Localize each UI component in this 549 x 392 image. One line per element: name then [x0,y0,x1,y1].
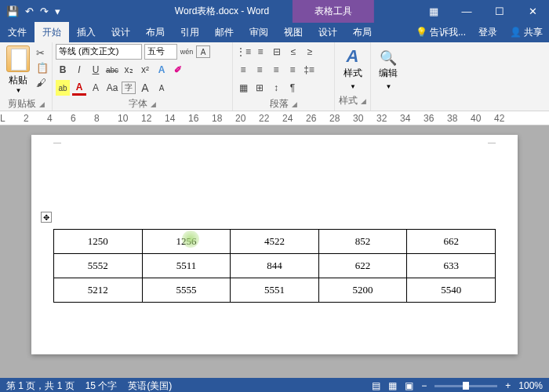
tab-design[interactable]: 设计 [104,22,138,42]
format-painter-icon[interactable]: 🖌 [36,77,49,89]
subscript-button[interactable]: x₂ [122,62,136,78]
tab-table-layout[interactable]: 布局 [345,22,380,42]
table-cell[interactable]: 1250 [54,230,143,254]
page-indicator[interactable]: 第 1 页，共 1 页 [6,379,75,393]
launcher-icon[interactable]: ◢ [151,100,156,108]
table-cell[interactable]: 844 [231,254,319,278]
close-icon[interactable]: ✕ [516,0,549,22]
table-cell[interactable]: 662 [407,230,496,254]
language-indicator[interactable]: 英语(美国) [128,379,172,393]
table-cell[interactable]: 5511 [142,254,231,278]
tab-insert[interactable]: 插入 [69,22,104,42]
justify-icon[interactable]: ≡ [285,62,300,78]
align-left-icon[interactable]: ≡ [236,62,250,78]
font-size-combo[interactable]: 五号 [144,44,177,60]
table-cell[interactable]: 5555 [142,278,231,303]
italic-button[interactable]: I [72,62,86,78]
styles-btn-label: 样式 [344,67,362,80]
redo-icon[interactable]: ↷ [40,5,49,17]
undo-icon[interactable]: ↶ [25,5,34,17]
bold-button[interactable]: B [56,62,70,78]
table-cell[interactable]: 5552 [54,254,143,278]
page[interactable]: ✥ 1250 1256 4522 852 662 5552 5511 844 6… [31,135,518,354]
launcher-icon[interactable]: ◢ [39,100,45,108]
find-button[interactable]: 🔍 编辑 ▼ [379,49,398,91]
minimize-icon[interactable]: — [450,0,483,22]
enclose-char-icon[interactable]: 字 [122,82,136,94]
launcher-icon[interactable]: ◢ [292,100,297,108]
tab-table-design[interactable]: 设计 [311,22,345,42]
table-cell[interactable]: 622 [318,254,407,278]
tab-layout[interactable]: 布局 [138,22,173,42]
table-cell[interactable]: 4522 [231,230,319,254]
save-icon[interactable]: 💾 [6,5,19,17]
ribbon-display-icon[interactable]: ▦ [417,0,450,22]
word-count[interactable]: 15 个字 [85,379,118,393]
view-web-icon[interactable]: ▣ [405,380,413,391]
chevron-down-icon[interactable]: ▼ [16,87,22,94]
ruler-horizontal[interactable]: L 24681012141618202224262830323436384042 [0,111,549,125]
paste-button[interactable]: 粘贴 ▼ [3,44,33,96]
tab-file[interactable]: 文件 [0,22,35,42]
underline-button[interactable]: U [89,62,103,78]
table-move-handle-icon[interactable]: ✥ [41,212,52,223]
zoom-level[interactable]: 100% [518,380,543,391]
tab-references[interactable]: 引用 [173,22,207,42]
tab-home[interactable]: 开始 [35,22,69,42]
table-cell[interactable]: 5212 [54,278,143,303]
decrease-indent-icon[interactable]: ≤ [286,44,300,60]
view-print-icon[interactable]: ▦ [388,380,397,391]
document-area[interactable]: ✥ 1250 1256 4522 852 662 5552 5511 844 6… [0,125,549,378]
tab-view[interactable]: 视图 [276,22,311,42]
word-table[interactable]: 1250 1256 4522 852 662 5552 5511 844 622… [53,229,496,303]
char-shading-icon[interactable]: A [89,80,103,96]
char-border-icon[interactable]: A [196,45,210,58]
numbering-icon[interactable]: ≡ [253,44,267,60]
shrink-font-button[interactable]: A [155,80,169,96]
show-marks-icon[interactable]: ¶ [285,80,300,96]
align-right-icon[interactable]: ≡ [269,62,283,78]
borders-icon[interactable]: ⊞ [253,80,267,96]
zoom-out-button[interactable]: − [421,380,427,391]
qat-more-icon[interactable]: ▾ [55,5,60,17]
zoom-in-button[interactable]: + [505,380,511,391]
cut-icon[interactable]: ✂ [36,47,49,59]
tab-mailings[interactable]: 邮件 [207,22,242,42]
clear-format-icon[interactable]: ✐ [171,62,185,78]
grow-font-button[interactable]: A [138,80,152,96]
view-read-icon[interactable]: ▤ [372,380,380,391]
align-center-icon[interactable]: ≡ [253,62,267,78]
font-name-combo[interactable]: 等线 (西文正文) [56,44,142,60]
text-effects-button[interactable]: A [155,62,169,78]
font-color-button[interactable]: A [72,80,86,96]
strike-button[interactable]: abc [105,62,119,78]
superscript-button[interactable]: x² [138,62,152,78]
multilevel-icon[interactable]: ⊟ [270,44,284,60]
share-button[interactable]: 👤共享 [504,26,549,39]
table-row[interactable]: 5212 5555 5551 5200 5540 [54,278,496,303]
table-row[interactable]: 1250 1256 4522 852 662 [54,230,496,254]
table-cell[interactable]: 633 [407,254,496,278]
table-cell[interactable]: 5200 [318,278,407,303]
increase-indent-icon[interactable]: ≥ [303,44,317,60]
pinyin-icon[interactable]: wén [180,44,194,60]
table-cell[interactable]: 852 [318,230,407,254]
sort-icon[interactable]: ↕ [269,80,283,96]
tab-review[interactable]: 审阅 [242,22,276,42]
table-cell[interactable]: 5540 [407,278,496,303]
login-button[interactable]: 登录 [472,22,504,43]
line-spacing-icon[interactable]: ‡≡ [302,62,316,78]
bullets-icon[interactable]: ⋮≡ [236,44,251,60]
maximize-icon[interactable]: ☐ [483,0,516,22]
table-cell[interactable]: 5551 [231,278,319,303]
copy-icon[interactable]: 📋 [36,62,49,74]
table-row[interactable]: 5552 5511 844 622 633 [54,254,496,278]
shading-icon[interactable]: ▦ [236,80,250,96]
tell-me[interactable]: 💡 告诉我... [409,22,472,43]
launcher-icon[interactable]: ◢ [361,97,366,105]
zoom-slider[interactable] [434,385,497,387]
change-case-button[interactable]: Aa [105,80,119,96]
highlight-button[interactable]: ab [56,80,70,96]
table-cell[interactable]: 1256 [142,230,231,254]
styles-button[interactable]: A 样式 ▼ [344,46,362,91]
